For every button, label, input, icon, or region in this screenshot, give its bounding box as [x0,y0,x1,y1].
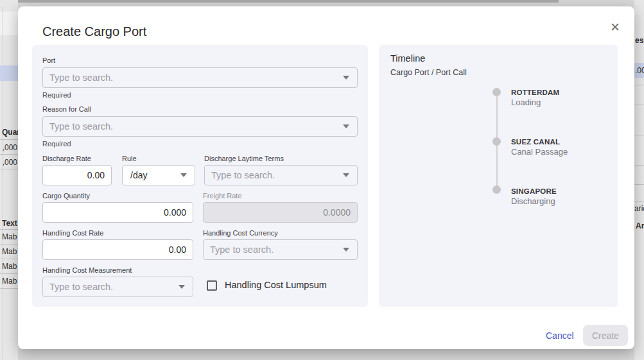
freight-rate-label: Freight Rate [203,192,242,200]
timeline-stop: SINGAPORE Discharging [511,187,557,206]
cancel-button[interactable]: Cancel [546,330,574,341]
discharge-laytime-terms-combobox[interactable]: Type to search. [204,165,358,185]
laytime-placeholder: Type to search. [205,170,343,180]
background-cell-value: ,000 [3,158,17,167]
chevron-down-icon [180,173,187,177]
background-row-divider [634,135,644,135]
cargo-quantity-field [42,202,193,223]
handling-cost-rate-field [42,239,193,260]
background-row-divider [0,273,18,274]
cargo-quantity-label: Cargo Quantity [42,192,90,200]
discharge-rate-field [42,165,112,185]
timeline-stop-activity: Discharging [511,196,557,206]
handling-cost-currency-combobox[interactable]: Type to search. [203,239,358,260]
reason-for-call-label: Reason for Call [42,105,91,113]
background-cell-value: .00 [635,66,644,75]
background-row-divider [0,288,18,289]
chevron-down-icon [343,173,349,177]
reason-required-hint: Required [42,140,71,148]
port-placeholder: Type to search. [43,73,343,83]
rule-select[interactable]: /day [122,165,195,185]
create-button[interactable]: Create [583,325,628,346]
background-row-divider [634,165,644,166]
background-table-left-edge: Quan ,000 ,000 Text Mab Mab Mab Mab [0,0,18,360]
background-table-right-edge: ess .00 ario Am [634,0,644,360]
background-column-divider [3,6,3,360]
background-row-divider [0,259,18,259]
timeline-title: Timeline [390,53,425,64]
chevron-down-icon [343,248,349,252]
background-row-divider [634,105,644,105]
background-cell-value: Mab [2,232,17,241]
cargo-quantity-input[interactable] [43,203,193,222]
timeline-stop: ROTTERDAM Loading [511,89,559,107]
handling-currency-placeholder: Type to search. [204,244,343,255]
discharge-rate-input[interactable] [43,166,111,185]
timeline-subtitle: Cargo Port / Port Call [390,68,467,77]
background-row-divider [0,169,18,169]
timeline-dot [492,88,501,96]
background-col-header-amount: Am [636,221,644,230]
background-row-divider [634,184,644,185]
port-combobox[interactable]: Type to search. [42,67,358,88]
handling-cost-rate-input[interactable] [43,240,193,259]
background-cell-value: ,000 [3,143,17,152]
rule-label: Rule [122,155,137,162]
reason-placeholder: Type to search. [43,121,343,132]
port-label: Port [42,56,55,64]
freight-rate-field [203,202,358,223]
discharge-rate-label: Discharge Rate [42,155,91,162]
background-row-divider [0,229,18,230]
background-selected-row [0,65,18,81]
background-col-header-quantity: Quan [2,128,18,137]
handling-cost-currency-label: Handling Cost Currency [203,229,278,237]
handling-measurement-placeholder: Type to search. [43,282,178,292]
freight-rate-input [204,203,357,222]
discharge-laytime-terms-label: Discharge Laytime Terms [204,155,284,162]
timeline-stop-port: SUEZ CANAL [511,138,568,146]
background-horizontal-scrollbar [5,0,559,3]
timeline-dot [492,137,501,146]
handling-cost-lumpsum-label: Handling Cost Lumpsum [225,280,327,290]
close-glyph: ✕ [610,21,620,33]
background-row-divider [634,201,644,201]
handling-cost-measurement-combobox[interactable]: Type to search. [42,277,193,297]
timeline-stop-port: ROTTERDAM [511,89,559,96]
chevron-down-icon [178,285,185,289]
handling-cost-rate-label: Handling Cost Rate [42,229,103,237]
background-row-divider [0,154,18,155]
dialog-title: Create Cargo Port [42,24,146,39]
background-cell-value: ario [634,204,644,213]
chevron-down-icon [343,76,349,80]
background-row-divider [0,139,18,140]
background-cell-value: Mab [2,262,17,271]
timeline-stop-port: SINGAPORE [511,187,557,195]
background-row-divider [0,244,18,244]
chevron-down-icon [343,124,349,128]
create-cargo-port-dialog: Create Cargo Port ✕ Port Type to search.… [18,6,634,349]
background-cell-value: Mab [2,247,17,256]
timeline-dot [492,185,501,194]
timeline-stop-activity: Loading [511,98,559,107]
timeline-panel: Timeline Cargo Port / Port Call ROTTERDA… [379,45,618,307]
reason-for-call-combobox[interactable]: Type to search. [42,116,358,137]
handling-cost-lumpsum-checkbox[interactable] [207,280,217,291]
background-col-header: ess [635,36,644,45]
close-icon[interactable]: ✕ [606,18,624,36]
timeline-stop-activity: Canal Passage [511,147,568,157]
timeline-stop: SUEZ CANAL Canal Passage [511,138,568,157]
background-row-divider [634,85,644,85]
cargo-port-form-panel: Port Type to search. Required Reason for… [32,45,368,307]
port-required-hint: Required [42,91,71,99]
rule-value: /day [123,170,180,180]
background-cell-value: Mab [2,277,17,286]
background-col-header-text: Text [2,219,17,228]
handling-cost-measurement-label: Handling Cost Measurement [42,266,132,274]
